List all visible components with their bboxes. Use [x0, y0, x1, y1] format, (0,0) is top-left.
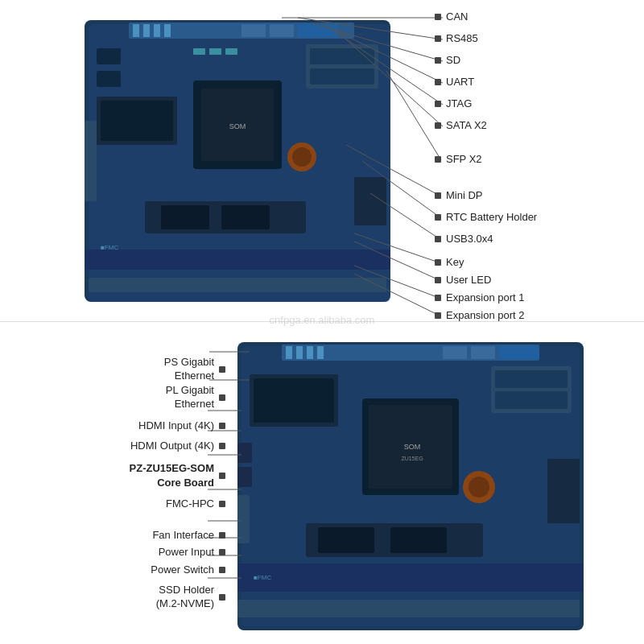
dot-power-in: [219, 549, 225, 555]
dot-jtag: [435, 101, 441, 107]
bottom-section: SOM ZU15EG ■FMC: [0, 322, 644, 644]
section-divider: [0, 321, 644, 322]
svg-rect-53: [317, 346, 324, 359]
svg-rect-26: [209, 48, 221, 55]
svg-rect-74: [237, 443, 252, 463]
dot-sd: [435, 57, 441, 64]
right-labels-top: CAN RS485 SD UART JTAG SATA X2 SFP X2: [435, 0, 644, 322]
label-usb: USB3.0x4: [435, 233, 493, 245]
svg-rect-24: [85, 121, 97, 201]
label-fmc: FMC-HPC: [166, 497, 225, 510]
svg-rect-54: [443, 346, 467, 359]
dot-exp1: [435, 295, 441, 301]
label-text-uart: UART: [446, 76, 474, 88]
svg-rect-51: [296, 346, 303, 359]
svg-rect-52: [307, 346, 313, 359]
svg-rect-13: [310, 48, 374, 64]
label-minidp: Mini DP: [435, 189, 483, 201]
dot-uart: [435, 79, 441, 85]
svg-text:SOM: SOM: [229, 122, 246, 130]
svg-rect-70: [237, 600, 580, 617]
dot-can: [435, 14, 441, 20]
svg-rect-73: [390, 527, 447, 553]
dot-ssd: [219, 594, 225, 601]
left-labels-bottom: PS GigabitEthernet PL GigabitEthernet HD…: [0, 338, 225, 644]
label-sfp: SFP X2: [435, 153, 482, 165]
svg-rect-23: [89, 278, 386, 292]
label-text-can: CAN: [446, 10, 468, 23]
label-text-hdmi-out: HDMI Output (4K): [130, 440, 214, 452]
label-text-sata: SATA X2: [446, 119, 487, 131]
svg-rect-59: [495, 391, 568, 409]
label-jtag: JTAG: [435, 97, 472, 109]
svg-rect-5: [154, 24, 160, 37]
label-hdmi-in: HDMI Input (4K): [138, 419, 225, 431]
label-can: CAN: [435, 10, 468, 23]
svg-rect-68: [547, 459, 580, 523]
label-coreboard: PZ-ZU15EG-SOMCore Board: [130, 461, 225, 490]
label-key: Key: [435, 256, 464, 268]
dot-coreboard: [219, 473, 225, 479]
svg-text:ZU15EG: ZU15EG: [401, 456, 423, 461]
label-text-coreboard: PZ-ZU15EG-SOMCore Board: [130, 461, 214, 490]
svg-rect-22: [85, 250, 390, 270]
dot-hdmi-in: [219, 423, 225, 429]
dot-rs485: [435, 35, 441, 42]
svg-rect-3: [133, 24, 139, 37]
svg-rect-14: [310, 68, 374, 85]
dot-fmc: [219, 501, 225, 507]
svg-rect-76: [237, 495, 250, 543]
svg-rect-58: [495, 370, 568, 388]
dot-power-sw: [219, 567, 225, 573]
dot-minidp: [435, 192, 441, 199]
label-text-sfp: SFP X2: [446, 153, 482, 165]
dot-userled: [435, 277, 441, 283]
svg-text:SOM: SOM: [404, 443, 421, 451]
dot-fan: [219, 532, 225, 539]
label-uart: UART: [435, 76, 474, 88]
label-text-ps-eth: PS GigabitEthernet: [164, 356, 214, 383]
label-text-key: Key: [446, 256, 464, 268]
svg-line-39: [386, 71, 441, 160]
label-text-sd: SD: [446, 54, 460, 66]
label-text-hdmi-in: HDMI Input (4K): [138, 419, 214, 431]
svg-rect-69: [237, 564, 584, 592]
svg-rect-72: [318, 527, 374, 553]
label-text-fmc: FMC-HPC: [166, 497, 214, 510]
label-sata: SATA X2: [435, 119, 487, 131]
svg-rect-75: [237, 467, 252, 487]
label-text-rs485: RS485: [446, 32, 478, 44]
dot-key: [435, 259, 441, 266]
label-text-ssd: SSD Holder(M.2-NVME): [156, 584, 214, 611]
svg-rect-19: [101, 101, 173, 141]
svg-rect-31: [221, 205, 270, 229]
dot-usb: [435, 236, 441, 242]
label-rs485: RS485: [435, 32, 478, 44]
label-text-pl-eth: PL GigabitEthernet: [166, 384, 214, 411]
svg-text:■FMC: ■FMC: [101, 244, 118, 251]
svg-point-21: [292, 147, 312, 167]
svg-rect-25: [193, 48, 205, 55]
svg-rect-9: [298, 24, 338, 37]
label-text-fan: Fan Interface: [152, 529, 214, 541]
label-exp2: Expansion port 2: [435, 309, 525, 321]
top-pcb-board: SOM ■FMC: [80, 16, 394, 306]
svg-rect-50: [286, 346, 292, 359]
dot-sfp: [435, 156, 441, 163]
label-rtc: RTC Battery Holder: [435, 211, 537, 223]
svg-rect-11: [97, 71, 121, 87]
label-exp1: Expansion port 1: [435, 291, 525, 303]
top-section: SOM ■FMC: [0, 0, 644, 322]
svg-rect-4: [143, 24, 150, 37]
label-text-usb: USB3.0x4: [446, 233, 493, 245]
label-text-jtag: JTAG: [446, 97, 472, 109]
dot-sata: [435, 122, 441, 129]
label-text-power-in: Power Input: [159, 546, 214, 558]
label-power-sw: Power Switch: [151, 564, 225, 576]
dot-hdmi-out: [219, 443, 225, 449]
svg-rect-27: [225, 48, 237, 55]
svg-rect-30: [161, 205, 209, 229]
label-power-in: Power Input: [159, 546, 225, 558]
label-text-minidp: Mini DP: [446, 189, 483, 201]
svg-rect-55: [471, 346, 495, 359]
